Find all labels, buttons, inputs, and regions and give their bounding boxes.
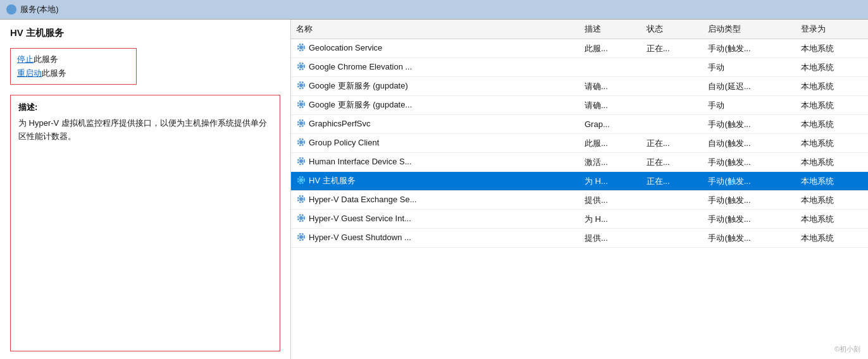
cell-name: Google 更新服务 (gupdate... — [291, 96, 580, 115]
cell-startup: 手动(触发... — [703, 210, 796, 229]
table-row[interactable]: Google 更新服务 (gupdate)请确...自动(延迟...本地系统 — [291, 77, 868, 96]
cell-desc: 请确... — [580, 96, 642, 115]
service-gear-icon — [296, 42, 306, 54]
cell-startup: 手动(触发... — [703, 191, 796, 210]
service-title: HV 主机服务 — [10, 27, 280, 39]
svg-point-17 — [299, 197, 303, 201]
table-row[interactable]: Hyper-V Guest Service Int...为 H...手动(触发.… — [291, 210, 868, 229]
col-header-login[interactable]: 登录为 — [796, 20, 868, 39]
service-gear-icon — [296, 118, 306, 130]
service-gear-icon — [296, 156, 306, 168]
stop-service-link: 停止此服务 — [17, 54, 130, 65]
table-row[interactable]: Hyper-V Guest Shutdown ...提供...手动(触发...本… — [291, 229, 868, 248]
watermark: ©初小刻 — [834, 344, 860, 354]
service-table: 名称 描述 状态 启动类型 登录为 Geolocation Service此服.… — [291, 20, 868, 248]
stop-link[interactable]: 停止 — [17, 54, 34, 64]
cell-status: 正在... — [642, 39, 704, 58]
table-row[interactable]: Geolocation Service此服...正在...手动(触发...本地系… — [291, 39, 868, 58]
cell-desc: 此服... — [580, 39, 642, 58]
svg-point-9 — [299, 121, 303, 125]
cell-login: 本地系统 — [796, 96, 868, 115]
service-gear-icon — [296, 213, 306, 225]
svg-point-19 — [299, 216, 303, 220]
cell-startup: 手动(触发... — [703, 153, 796, 172]
cell-desc: 激活... — [580, 153, 642, 172]
restart-service-link: 重启动此服务 — [17, 68, 130, 79]
svg-point-11 — [299, 140, 303, 144]
svg-point-21 — [299, 235, 303, 239]
cell-login: 本地系统 — [796, 134, 868, 153]
service-gear-icon — [296, 99, 306, 111]
title-bar: 服务(本地) — [0, 0, 868, 20]
service-gear-icon — [296, 61, 306, 73]
cell-login: 本地系统 — [796, 115, 868, 134]
cell-status — [642, 77, 704, 96]
table-row[interactable]: Group Policy Client此服...正在...自动(触发...本地系… — [291, 134, 868, 153]
svg-point-3 — [299, 64, 303, 68]
cell-login: 本地系统 — [796, 229, 868, 248]
cell-startup: 自动(延迟... — [703, 77, 796, 96]
table-row[interactable]: Google Chrome Elevation ...手动本地系统 — [291, 58, 868, 77]
cell-desc: Grap... — [580, 115, 642, 134]
cell-name: Hyper-V Guest Shutdown ... — [291, 229, 580, 248]
cell-login: 本地系统 — [796, 153, 868, 172]
main-window: 服务(本地) HV 主机服务 停止此服务 重启动此服务 描述: 为 Hyper-… — [0, 0, 868, 359]
description-label: 描述: — [18, 102, 272, 113]
table-row[interactable]: Google 更新服务 (gupdate...请确...手动本地系统 — [291, 96, 868, 115]
cell-startup: 手动(触发... — [703, 172, 796, 191]
cell-login: 本地系统 — [796, 210, 868, 229]
services-icon — [6, 4, 16, 15]
cell-status — [642, 229, 704, 248]
cell-startup: 手动(触发... — [703, 229, 796, 248]
description-text: 为 Hyper-V 虚拟机监控程序提供接口，以便为主机操作系统提供单分区性能计数… — [18, 117, 272, 143]
table-row[interactable]: Hyper-V Data Exchange Se...提供...手动(触发...… — [291, 191, 868, 210]
svg-point-7 — [299, 102, 303, 106]
table-row[interactable]: Human Interface Device S...激活...正在...手动(… — [291, 153, 868, 172]
cell-status — [642, 210, 704, 229]
cell-name: Geolocation Service — [291, 39, 580, 58]
service-gear-icon — [296, 232, 306, 244]
col-header-startup[interactable]: 启动类型 — [703, 20, 796, 39]
cell-name: GraphicsPerfSvc — [291, 115, 580, 134]
cell-status: 正在... — [642, 172, 704, 191]
title-bar-text: 服务(本地) — [20, 4, 59, 15]
table-row[interactable]: GraphicsPerfSvcGrap...手动(触发...本地系统 — [291, 115, 868, 134]
cell-status — [642, 58, 704, 77]
cell-desc: 请确... — [580, 77, 642, 96]
service-gear-icon — [296, 137, 306, 149]
cell-startup: 手动 — [703, 96, 796, 115]
cell-name: Google 更新服务 (gupdate) — [291, 77, 580, 96]
cell-desc: 为 H... — [580, 172, 642, 191]
cell-login: 本地系统 — [796, 58, 868, 77]
service-gear-icon — [296, 175, 306, 187]
cell-startup: 手动 — [703, 58, 796, 77]
cell-startup: 手动(触发... — [703, 115, 796, 134]
cell-status — [642, 191, 704, 210]
service-gear-icon — [296, 194, 306, 206]
cell-startup: 自动(触发... — [703, 134, 796, 153]
restart-link[interactable]: 重启动 — [17, 68, 42, 78]
service-gear-icon — [296, 80, 306, 92]
cell-name: Group Policy Client — [291, 134, 580, 153]
cell-status — [642, 96, 704, 115]
table-header-row: 名称 描述 状态 启动类型 登录为 — [291, 20, 868, 39]
col-header-name[interactable]: 名称 — [291, 20, 580, 39]
cell-desc: 为 H... — [580, 210, 642, 229]
col-header-status[interactable]: 状态 — [642, 20, 704, 39]
svg-point-15 — [299, 178, 303, 182]
cell-startup: 手动(触发... — [703, 39, 796, 58]
cell-name: Hyper-V Guest Service Int... — [291, 210, 580, 229]
cell-login: 本地系统 — [796, 172, 868, 191]
description-box: 描述: 为 Hyper-V 虚拟机监控程序提供接口，以便为主机操作系统提供单分区… — [10, 95, 280, 351]
table-row[interactable]: HV 主机服务为 H...正在...手动(触发...本地系统 — [291, 172, 868, 191]
svg-point-5 — [299, 83, 303, 87]
right-panel[interactable]: 名称 描述 状态 启动类型 登录为 Geolocation Service此服.… — [291, 20, 868, 359]
cell-desc: 提供... — [580, 191, 642, 210]
cell-status: 正在... — [642, 153, 704, 172]
left-panel: HV 主机服务 停止此服务 重启动此服务 描述: 为 Hyper-V 虚拟机监控… — [0, 20, 291, 359]
body-split: HV 主机服务 停止此服务 重启动此服务 描述: 为 Hyper-V 虚拟机监控… — [0, 20, 868, 359]
cell-desc: 提供... — [580, 229, 642, 248]
cell-status — [642, 115, 704, 134]
cell-desc: 此服... — [580, 134, 642, 153]
col-header-desc[interactable]: 描述 — [580, 20, 642, 39]
